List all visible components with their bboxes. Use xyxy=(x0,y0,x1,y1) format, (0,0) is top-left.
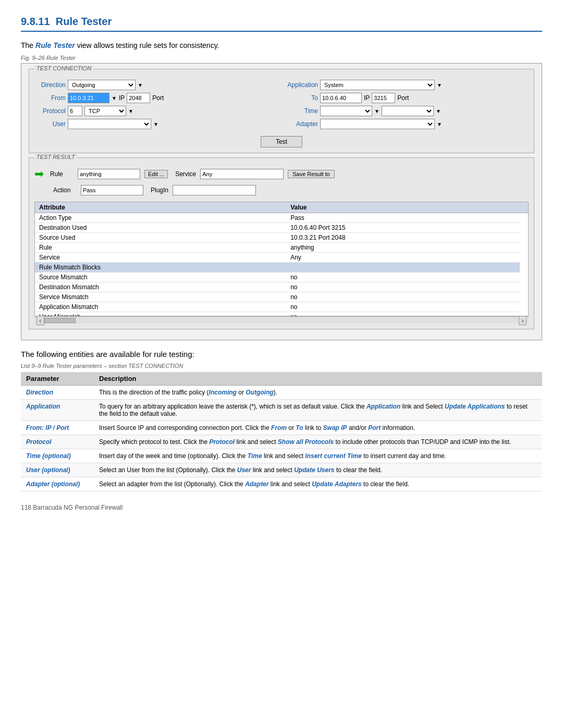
right-form-column: Application System ▼ To IP Port Time xyxy=(287,80,529,132)
test-connection-legend: TEST CONNECTION xyxy=(34,65,93,71)
protocol-label[interactable]: Protocol xyxy=(34,107,66,115)
service-input[interactable] xyxy=(200,169,284,179)
outgoing-link[interactable]: Outgoing xyxy=(246,389,273,396)
param-desc-cell: Insert Source IP and corresponding conne… xyxy=(94,421,542,435)
horizontal-scrollbar[interactable]: ‹ › xyxy=(34,316,529,324)
param-name-cell[interactable]: Adapter (optional) xyxy=(21,477,94,491)
param-name-cell[interactable]: Direction xyxy=(21,386,94,400)
to-port-input[interactable] xyxy=(372,93,395,103)
plugin-label: PlugIn xyxy=(151,187,168,194)
direction-select[interactable]: Outgoing Incoming xyxy=(68,80,136,90)
following-title: The following entities are available for… xyxy=(21,350,542,359)
user-link[interactable]: User xyxy=(237,466,251,474)
rule-input[interactable] xyxy=(78,169,140,179)
adapter-select[interactable] xyxy=(320,119,435,129)
incoming-link[interactable]: Incoming xyxy=(209,389,237,396)
protocol-row: Protocol TCPUDPICMP ▼ xyxy=(34,106,276,116)
save-result-button[interactable]: Save Result to xyxy=(288,170,335,178)
main-panel: TEST CONNECTION Direction Outgoing Incom… xyxy=(21,63,542,340)
update-users-link[interactable]: Update Users xyxy=(294,466,334,474)
scrollbar-spacer xyxy=(520,202,528,213)
col-value: Value xyxy=(286,202,520,213)
action-input[interactable] xyxy=(81,185,143,195)
param-name-cell[interactable]: Application xyxy=(21,400,94,421)
edit-button[interactable]: Edit ... xyxy=(144,170,168,178)
direction-label: Direction xyxy=(34,81,66,89)
to-label[interactable]: To xyxy=(287,94,318,102)
attr-cell: Action Type xyxy=(35,213,286,223)
section-title: 9.8.11 Rule Tester xyxy=(21,16,542,32)
time-chevron-icon-2: ▼ xyxy=(436,108,441,114)
application-row: Application System ▼ xyxy=(287,80,529,90)
update-adapters-link[interactable]: Update Adapters xyxy=(312,480,362,488)
insert-current-time-link[interactable]: Insert current Time xyxy=(305,452,361,460)
direction-chevron-icon: ▼ xyxy=(138,82,143,88)
attr-cell: Service Mismatch xyxy=(35,292,286,302)
param-name-cell[interactable]: Protocol xyxy=(21,435,94,449)
param-desc-cell: Insert day of the week and time (optiona… xyxy=(94,449,542,463)
protocol-select[interactable]: TCPUDPICMP xyxy=(84,106,126,116)
test-result-section: TEST RESULT ➡ Rule Edit ... Service Save… xyxy=(29,157,534,329)
param-desc-cell: Specify which protocol to test. Click th… xyxy=(94,435,542,449)
test-button[interactable]: Test xyxy=(261,136,302,147)
intro-link[interactable]: Rule Tester xyxy=(35,41,75,50)
attr-cell: Service xyxy=(35,253,286,263)
time-row: Time ▼ ▼ xyxy=(287,106,529,116)
to-link[interactable]: To xyxy=(296,424,303,431)
adapter-label[interactable]: Adapter xyxy=(287,120,318,128)
right-nav-arrow[interactable]: › xyxy=(519,316,527,325)
section-header-cell: Rule Mismatch Blocks xyxy=(35,263,520,273)
attr-table-wrapper: Attribute Value Action TypePassDestinati… xyxy=(34,202,529,324)
from-label[interactable]: From xyxy=(34,94,66,102)
value-cell: no xyxy=(286,312,520,317)
application-link[interactable]: Application xyxy=(366,403,400,410)
attr-cell: Source Mismatch xyxy=(35,273,286,282)
value-cell: no xyxy=(286,273,520,282)
from-link[interactable]: From xyxy=(271,424,287,431)
to-ip-input[interactable] xyxy=(320,93,362,103)
from-ip-label: IP xyxy=(119,94,125,102)
parameter-table: Parameter Description DirectionThis is t… xyxy=(21,372,542,491)
user-label[interactable]: User xyxy=(34,120,66,128)
param-name-cell[interactable]: From: IP / Port xyxy=(21,421,94,435)
time-select-2[interactable] xyxy=(382,106,434,116)
to-port-label: Port xyxy=(397,94,409,102)
time-select-1[interactable] xyxy=(320,106,372,116)
param-name-cell[interactable]: User (optional) xyxy=(21,463,94,477)
param-name-cell[interactable]: Time (optional) xyxy=(21,449,94,463)
result-arrow-icon: ➡ xyxy=(34,167,44,181)
show-all-protocols-link[interactable]: Show all Protocols xyxy=(278,438,334,446)
value-cell: anything xyxy=(286,243,520,253)
from-port-label: Port xyxy=(152,94,164,102)
time-chevron-icon-1: ▼ xyxy=(374,108,380,114)
attr-cell: User Mismatch xyxy=(35,312,286,317)
from-dropdown-icon: ▼ xyxy=(112,95,117,101)
protocol-link[interactable]: Protocol xyxy=(209,438,235,446)
application-select[interactable]: System xyxy=(320,80,435,90)
port-link[interactable]: Port xyxy=(368,424,381,431)
application-label[interactable]: Application xyxy=(287,81,318,89)
time-label[interactable]: Time xyxy=(287,107,318,115)
protocol-num-input[interactable] xyxy=(68,106,82,116)
value-cell: Any xyxy=(286,253,520,263)
section-number: 9.8.11 xyxy=(21,16,50,27)
direction-row: Direction Outgoing Incoming ▼ xyxy=(34,80,276,90)
value-cell: no xyxy=(286,292,520,302)
param-desc-cell: Select an User from the list (Optionally… xyxy=(94,463,542,477)
attr-cell: Application Mismatch xyxy=(35,302,286,312)
footer: 118 Barracuda NG Personal Firewall xyxy=(21,504,542,511)
left-nav-arrow[interactable]: ‹ xyxy=(36,316,44,325)
from-port-input[interactable] xyxy=(127,93,150,103)
time-link[interactable]: Time xyxy=(248,452,262,460)
update-applications-link[interactable]: Update Applications xyxy=(445,403,505,410)
rule-label: Rule xyxy=(50,170,74,178)
plugin-input[interactable] xyxy=(173,185,256,195)
attribute-table: Attribute Value Action TypePassDestinati… xyxy=(35,202,528,316)
user-select[interactable] xyxy=(68,119,151,129)
result-action-row: Action PlugIn xyxy=(53,185,529,195)
from-ip-input[interactable] xyxy=(68,93,109,103)
adapter-link[interactable]: Adapter xyxy=(245,480,268,488)
value-cell: no xyxy=(286,282,520,292)
swap-ip-link[interactable]: Swap IP xyxy=(323,424,347,431)
scrollbar-thumb[interactable] xyxy=(44,318,76,323)
